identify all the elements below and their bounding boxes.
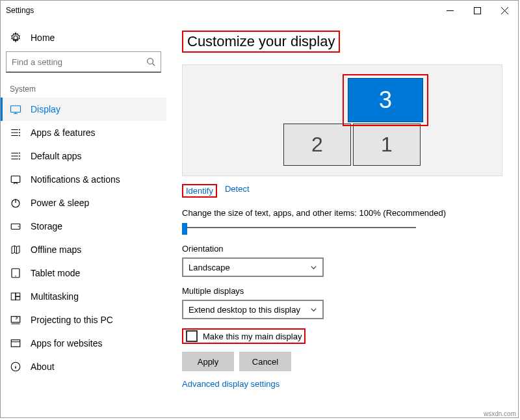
- titlebar: Settings: [1, 1, 518, 20]
- sidebar-item-label: About: [31, 361, 55, 372]
- svg-point-7: [19, 155, 20, 157]
- sidebar-item-label: Apps for websites: [31, 338, 103, 348]
- main-display-row: Make this my main display: [182, 328, 306, 344]
- sidebar-item-notifications[interactable]: Notifications & actions: [1, 168, 166, 191]
- svg-point-4: [19, 132, 20, 133]
- sidebar-item-maps[interactable]: Offline maps: [1, 238, 166, 261]
- apps-icon: [10, 127, 21, 138]
- svg-rect-19: [11, 340, 20, 347]
- multiple-displays-select[interactable]: Extend desktop to this display: [182, 300, 324, 319]
- search-input[interactable]: [6, 51, 161, 73]
- page-title: Customize your display: [182, 31, 340, 53]
- sidebar-item-websites[interactable]: Apps for websites: [1, 332, 166, 355]
- projecting-icon: [10, 314, 21, 326]
- sidebar-item-label: Apps & features: [31, 127, 96, 138]
- sidebar-item-label: Tablet mode: [31, 268, 80, 278]
- power-icon: [10, 197, 21, 209]
- multiple-label: Multiple displays: [182, 286, 502, 296]
- svg-rect-16: [16, 293, 20, 296]
- main-display-label: Make this my main display: [203, 332, 302, 341]
- sidebar-item-label: Offline maps: [31, 244, 81, 255]
- multitasking-icon: [10, 291, 21, 302]
- about-icon: [10, 361, 21, 373]
- highlight-box: [343, 74, 428, 126]
- home-button[interactable]: Home: [1, 27, 166, 51]
- sidebar-item-label: Power & sleep: [31, 198, 89, 208]
- display-arrangement[interactable]: 2 1 3: [182, 64, 502, 176]
- svg-rect-0: [474, 7, 480, 14]
- chevron-down-icon: [310, 306, 317, 313]
- sidebar-item-display[interactable]: Display: [1, 98, 166, 121]
- close-button[interactable]: [491, 1, 518, 20]
- nav-list: Display Apps & features Default apps Not…: [1, 98, 166, 378]
- svg-rect-17: [16, 296, 20, 300]
- cancel-button[interactable]: Cancel: [239, 352, 291, 371]
- chevron-down-icon: [310, 264, 317, 271]
- svg-point-6: [19, 153, 20, 154]
- display-icon: [10, 103, 21, 115]
- minimize-button[interactable]: [436, 1, 463, 20]
- search-field[interactable]: [12, 57, 146, 67]
- storage-icon: [10, 220, 21, 232]
- orientation-select[interactable]: Landscape: [182, 257, 324, 277]
- svg-rect-2: [11, 106, 21, 112]
- apply-button[interactable]: Apply: [182, 352, 234, 371]
- home-label: Home: [31, 33, 55, 43]
- sidebar-item-label: Projecting to this PC: [31, 315, 113, 325]
- sidebar-item-default-apps[interactable]: Default apps: [1, 144, 166, 168]
- sidebar-item-tablet[interactable]: Tablet mode: [1, 261, 166, 285]
- main-panel: Customize your display 2 1 3 Identify De…: [166, 20, 518, 417]
- sidebar-item-storage[interactable]: Storage: [1, 215, 166, 238]
- svg-point-14: [15, 276, 16, 277]
- sidebar-item-label: Storage: [31, 221, 62, 231]
- notifications-icon: [10, 174, 21, 185]
- orientation-label: Orientation: [182, 244, 502, 254]
- sidebar: Home System Display Apps & features: [1, 20, 166, 417]
- svg-point-8: [19, 159, 20, 160]
- svg-point-1: [148, 59, 153, 64]
- sidebar-item-label: Notifications & actions: [31, 174, 120, 185]
- default-apps-icon: [10, 150, 21, 162]
- detect-link[interactable]: Detect: [225, 184, 250, 198]
- category-label: System: [1, 82, 166, 98]
- svg-rect-15: [11, 293, 16, 300]
- svg-point-5: [19, 135, 20, 137]
- sidebar-item-projecting[interactable]: Projecting to this PC: [1, 308, 166, 332]
- maximize-button[interactable]: [463, 1, 491, 20]
- window-title: Settings: [1, 6, 436, 15]
- svg-point-12: [18, 226, 20, 228]
- monitor-1[interactable]: 1: [353, 124, 421, 166]
- sidebar-item-multitasking[interactable]: Multitasking: [1, 285, 166, 308]
- advanced-settings-link[interactable]: Advanced display settings: [182, 379, 502, 389]
- monitor-2[interactable]: 2: [283, 124, 351, 166]
- sidebar-item-about[interactable]: About: [1, 355, 166, 378]
- watermark: wsxdn.com: [484, 410, 516, 417]
- sidebar-item-label: Default apps: [31, 151, 82, 161]
- settings-window: Settings Home System Display: [0, 0, 519, 418]
- svg-point-3: [19, 129, 20, 131]
- sidebar-item-label: Display: [31, 104, 60, 114]
- sidebar-item-label: Multitasking: [31, 291, 79, 302]
- scale-label: Change the size of text, apps, and other…: [182, 208, 502, 218]
- tablet-icon: [10, 267, 21, 279]
- gear-icon: [10, 32, 21, 44]
- sidebar-item-power[interactable]: Power & sleep: [1, 191, 166, 215]
- identify-link[interactable]: Identify: [182, 184, 217, 198]
- scale-slider[interactable]: [182, 222, 416, 233]
- search-icon: [146, 57, 155, 66]
- websites-icon: [10, 337, 21, 349]
- main-display-checkbox[interactable]: [186, 330, 198, 342]
- maps-icon: [10, 244, 21, 256]
- svg-rect-9: [11, 176, 20, 183]
- sidebar-item-apps[interactable]: Apps & features: [1, 121, 166, 144]
